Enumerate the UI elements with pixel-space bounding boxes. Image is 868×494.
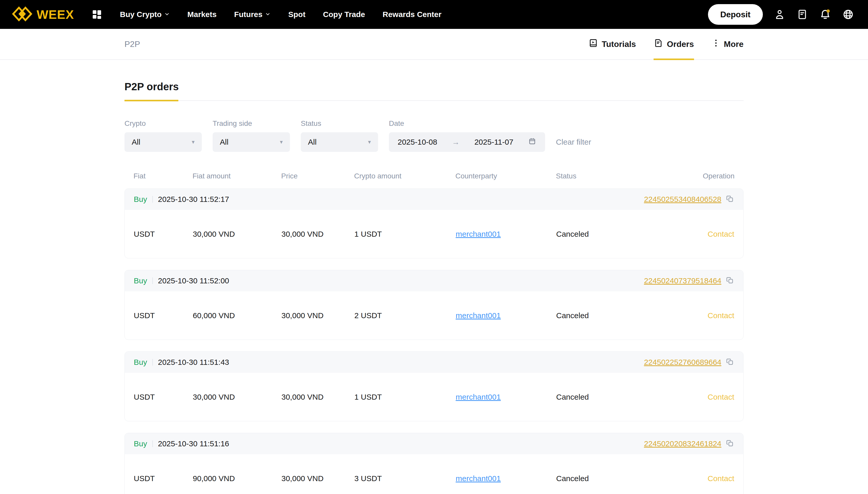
order-status: Canceled bbox=[556, 474, 693, 483]
chevron-down-icon bbox=[265, 10, 271, 19]
divider bbox=[152, 196, 153, 203]
page-title: P2P orders bbox=[124, 81, 744, 93]
order-id-link[interactable]: 224502252760689664 bbox=[644, 358, 722, 367]
nav-copy-trade[interactable]: Copy Trade bbox=[323, 10, 365, 19]
tab-tutorials[interactable]: Tutorials bbox=[588, 28, 636, 60]
date-range-picker[interactable]: 2025-10-08 → 2025-11-07 bbox=[389, 132, 545, 152]
tab-more[interactable]: More bbox=[712, 28, 744, 60]
filter-crypto: Crypto All ▾ bbox=[124, 119, 202, 152]
counterparty-link[interactable]: merchant001 bbox=[456, 393, 501, 401]
nav-label: Rewards Center bbox=[383, 10, 441, 19]
caret-down-icon: ▾ bbox=[192, 139, 195, 146]
page-sub-header: P2P Tutorials Orders bbox=[0, 29, 868, 60]
order-timestamp: 2025-10-30 11:52:17 bbox=[158, 195, 229, 204]
nav-spot[interactable]: Spot bbox=[288, 10, 305, 19]
order-fiat-amount: 90,000 VND bbox=[193, 474, 281, 483]
order-card: Buy 2025-10-30 11:51:16 2245020208324618… bbox=[124, 433, 744, 494]
order-card-body: USDT 90,000 VND 30,000 VND 3 USDT mercha… bbox=[125, 454, 743, 494]
orders-file-icon bbox=[654, 38, 663, 50]
order-card: Buy 2025-10-30 11:52:00 2245024073795184… bbox=[124, 270, 744, 340]
order-side-badge: Buy bbox=[134, 358, 147, 367]
copy-icon[interactable] bbox=[726, 194, 734, 204]
calendar-icon bbox=[528, 137, 536, 147]
deposit-button[interactable]: Deposit bbox=[708, 4, 763, 25]
globe-language-icon[interactable] bbox=[842, 8, 854, 20]
order-timestamp: 2025-10-30 11:51:16 bbox=[158, 439, 229, 448]
counterparty-link[interactable]: merchant001 bbox=[456, 230, 501, 238]
col-header-crypto-amount: Crypto amount bbox=[354, 172, 455, 180]
order-fiat: USDT bbox=[134, 474, 193, 483]
order-fiat: USDT bbox=[134, 393, 193, 401]
order-fiat: USDT bbox=[134, 311, 193, 320]
nav-buy-crypto[interactable]: Buy Crypto bbox=[120, 10, 170, 19]
copy-icon[interactable] bbox=[726, 439, 734, 449]
chevron-down-icon bbox=[164, 10, 170, 19]
nav-rewards-center[interactable]: Rewards Center bbox=[383, 10, 441, 19]
caret-down-icon: ▾ bbox=[368, 139, 371, 146]
notification-badge bbox=[827, 9, 830, 13]
filter-status: Status All ▾ bbox=[301, 119, 378, 152]
filter-label: Crypto bbox=[124, 119, 202, 128]
profile-icon[interactable] bbox=[774, 8, 786, 20]
order-status: Canceled bbox=[556, 230, 693, 239]
order-card-header: Buy 2025-10-30 11:52:17 2245025534084065… bbox=[125, 189, 743, 210]
date-to-value: 2025-11-07 bbox=[474, 138, 513, 147]
order-price: 30,000 VND bbox=[281, 474, 354, 483]
sub-header-tabs: Tutorials Orders More bbox=[588, 28, 744, 60]
order-fiat-amount: 60,000 VND bbox=[193, 311, 281, 320]
nav-label: Copy Trade bbox=[323, 10, 365, 19]
col-header-price: Price bbox=[281, 172, 354, 180]
weex-diamond-icon bbox=[11, 6, 33, 23]
filter-label: Status bbox=[301, 119, 378, 128]
order-side-badge: Buy bbox=[134, 195, 147, 204]
clear-filter-button[interactable]: Clear filter bbox=[556, 132, 591, 152]
breadcrumb: P2P bbox=[124, 39, 140, 49]
tab-label: More bbox=[724, 39, 744, 49]
order-id-link[interactable]: 224502407379518464 bbox=[644, 277, 722, 285]
order-status: Canceled bbox=[556, 393, 693, 401]
contact-link[interactable]: Contact bbox=[708, 474, 734, 483]
tab-label: Orders bbox=[667, 39, 694, 49]
order-timestamp: 2025-10-30 11:52:00 bbox=[158, 277, 229, 285]
counterparty-link[interactable]: merchant001 bbox=[456, 311, 501, 320]
status-select[interactable]: All ▾ bbox=[301, 132, 378, 152]
filter-label: Date bbox=[389, 119, 545, 128]
order-id-link[interactable]: 224502553408406528 bbox=[644, 195, 722, 204]
order-card-header: Buy 2025-10-30 11:52:00 2245024073795184… bbox=[125, 270, 743, 291]
trading-side-select[interactable]: All ▾ bbox=[213, 132, 290, 152]
order-card-body: USDT 60,000 VND 30,000 VND 2 USDT mercha… bbox=[125, 291, 743, 340]
col-header-status: Status bbox=[556, 172, 692, 180]
nav-markets[interactable]: Markets bbox=[188, 10, 216, 19]
order-fiat-amount: 30,000 VND bbox=[193, 393, 281, 401]
copy-icon[interactable] bbox=[726, 357, 734, 367]
tab-orders[interactable]: Orders bbox=[654, 28, 694, 60]
weex-logo[interactable]: WEEX bbox=[11, 6, 74, 23]
p2p-orders-page: P2P orders Crypto All ▾ Trading side All… bbox=[0, 81, 868, 494]
order-crypto-amount: 2 USDT bbox=[354, 311, 456, 320]
order-card: Buy 2025-10-30 11:51:43 2245022527606896… bbox=[124, 352, 744, 421]
contact-link[interactable]: Contact bbox=[708, 393, 734, 401]
nav-label: Markets bbox=[188, 10, 216, 19]
tab-label: Tutorials bbox=[602, 39, 636, 49]
order-card-body: USDT 30,000 VND 30,000 VND 1 USDT mercha… bbox=[125, 210, 743, 258]
document-icon[interactable] bbox=[796, 8, 808, 20]
nav-futures[interactable]: Futures bbox=[234, 10, 271, 19]
order-card-header: Buy 2025-10-30 11:51:16 2245020208324618… bbox=[125, 433, 743, 454]
trading-side-select-value: All bbox=[220, 138, 228, 147]
crypto-select[interactable]: All ▾ bbox=[124, 132, 202, 152]
filter-trading-side: Trading side All ▾ bbox=[213, 119, 290, 152]
notification-bell-icon[interactable] bbox=[819, 8, 831, 21]
contact-link[interactable]: Contact bbox=[708, 230, 734, 238]
apps-grid-icon[interactable] bbox=[91, 8, 103, 20]
top-nav-right: Deposit bbox=[708, 4, 854, 25]
contact-link[interactable]: Contact bbox=[708, 311, 734, 320]
counterparty-link[interactable]: merchant001 bbox=[456, 474, 501, 483]
filter-label-spacer bbox=[556, 119, 591, 128]
order-id-link[interactable]: 224502020832461824 bbox=[644, 439, 722, 448]
col-header-operation: Operation bbox=[692, 172, 734, 180]
crypto-select-value: All bbox=[132, 138, 140, 147]
order-side-badge: Buy bbox=[134, 439, 147, 448]
copy-icon[interactable] bbox=[726, 276, 734, 286]
caret-down-icon: ▾ bbox=[280, 139, 283, 146]
orders-list: Buy 2025-10-30 11:52:17 2245025534084065… bbox=[124, 188, 744, 494]
